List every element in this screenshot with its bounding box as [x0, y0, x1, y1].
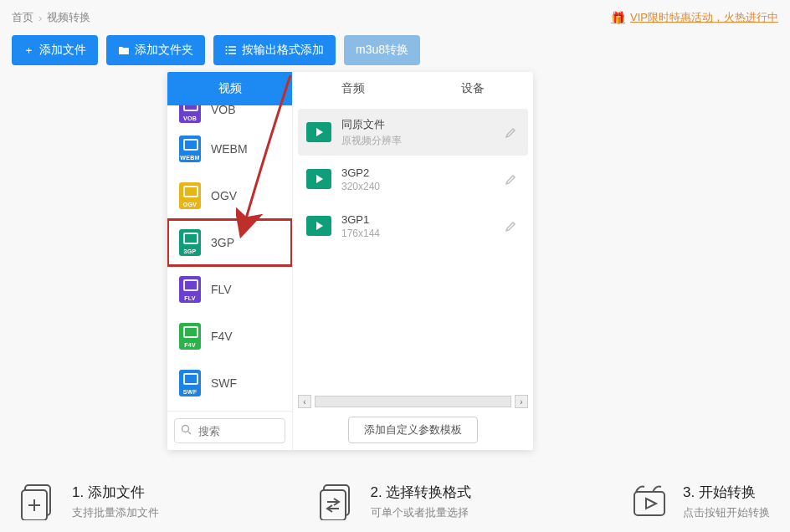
- tab-video[interactable]: 视频: [167, 72, 292, 105]
- scroll-left-button[interactable]: ‹: [298, 395, 311, 408]
- breadcrumb-home[interactable]: 首页: [12, 10, 33, 25]
- chevron-right-icon: ›: [38, 12, 42, 24]
- file-format-icon: VOB: [179, 105, 201, 123]
- format-item-label: F4V: [211, 330, 233, 343]
- format-item-label: FLV: [211, 283, 232, 296]
- preset-hscroll: ‹ ›: [293, 393, 533, 410]
- file-format-icon: 3GP: [179, 229, 201, 256]
- step-1-sub: 支持批量添加文件: [72, 505, 159, 520]
- format-item-label: VOB: [211, 105, 236, 116]
- step-3-title: 3. 开始转换: [683, 483, 770, 502]
- step-2-title: 2. 选择转换格式: [371, 483, 472, 502]
- breadcrumb: 首页 › 视频转换 🎁 VIP限时特惠活动，火热进行中: [0, 0, 790, 35]
- tab-device[interactable]: 设备: [413, 72, 534, 105]
- tab-audio[interactable]: 音频: [293, 72, 413, 105]
- preset-item[interactable]: 同原文件原视频分辨率: [298, 109, 528, 156]
- vip-link-text: VIP限时特惠活动，火热进行中: [630, 10, 778, 25]
- format-item-flv[interactable]: FLVFLV: [167, 266, 292, 313]
- preset-item[interactable]: 3GP2320x240: [298, 156, 528, 202]
- add-by-format-button[interactable]: 按输出格式添加: [213, 35, 336, 65]
- folder-icon: [118, 45, 130, 55]
- scroll-track[interactable]: [315, 396, 511, 407]
- format-category-tabs: 视频: [167, 72, 292, 105]
- video-preset-icon: [306, 216, 331, 236]
- format-item-label: WEBM: [211, 142, 248, 156]
- video-preset-icon: [306, 169, 331, 189]
- file-format-icon: SWF: [179, 370, 201, 396]
- format-item-3gp[interactable]: 3GP3GP: [167, 219, 292, 266]
- edit-icon[interactable]: [503, 171, 520, 187]
- format-item-vob[interactable]: VOBVOB: [167, 105, 292, 125]
- m3u8-label: m3u8转换: [356, 43, 408, 58]
- breadcrumb-current: 视频转换: [47, 10, 90, 25]
- preset-item[interactable]: 3GP1176x144: [298, 202, 528, 249]
- add-file-step-icon: [20, 483, 60, 520]
- preset-title: 同原文件: [341, 117, 402, 132]
- add-folder-button[interactable]: 添加文件夹: [106, 35, 205, 65]
- format-item-label: 3GP: [211, 236, 234, 249]
- format-subtabs: 音频 设备: [293, 72, 533, 105]
- start-convert-step-icon: [631, 483, 671, 520]
- choose-format-step-icon: [319, 483, 359, 520]
- step-3: 3. 开始转换 点击按钮开始转换: [631, 483, 770, 520]
- add-by-format-label: 按输出格式添加: [242, 43, 324, 58]
- search-icon: [181, 424, 192, 437]
- plus-icon: ＋: [23, 43, 34, 58]
- format-item-webm[interactable]: WEBMWEBM: [167, 125, 292, 172]
- svg-point-0: [226, 46, 228, 48]
- file-format-icon: OGV: [179, 182, 201, 209]
- scroll-right-button[interactable]: ›: [515, 395, 528, 408]
- list-icon: [225, 45, 237, 55]
- svg-rect-11: [634, 492, 664, 515]
- format-item-f4v[interactable]: F4VF4V: [167, 313, 292, 360]
- edit-icon[interactable]: [503, 124, 520, 141]
- tab-video-label: 视频: [218, 81, 242, 96]
- file-format-icon: FLV: [179, 276, 201, 303]
- file-format-icon: WEBM: [179, 136, 201, 162]
- file-format-icon: F4V: [179, 323, 201, 350]
- preset-title: 3GP2: [341, 166, 380, 179]
- add-file-button[interactable]: ＋ 添加文件: [12, 35, 98, 65]
- preset-sub: 原视频分辨率: [341, 134, 402, 148]
- toolbar: ＋ 添加文件 添加文件夹 按输出格式添加 m3u8转换: [0, 35, 790, 75]
- svg-point-1: [226, 49, 228, 51]
- svg-point-3: [182, 426, 189, 432]
- format-item-label: OGV: [211, 189, 237, 202]
- preset-list: 同原文件原视频分辨率3GP2320x2403GP1176x144: [293, 105, 533, 393]
- vip-link[interactable]: 🎁 VIP限时特惠活动，火热进行中: [611, 10, 778, 25]
- step-1: 1. 添加文件 支持批量添加文件: [20, 483, 159, 520]
- svg-line-4: [188, 432, 191, 434]
- format-item-ogv[interactable]: OGVOGV: [167, 172, 292, 219]
- preset-sub: 176x144: [341, 228, 380, 239]
- format-item-swf[interactable]: SWFSWF: [167, 360, 292, 407]
- steps: 1. 添加文件 支持批量添加文件 2. 选择转换格式 可单个或者批量选择 3. …: [0, 483, 790, 520]
- format-search-wrap: [167, 411, 292, 450]
- gift-icon: 🎁: [611, 11, 625, 24]
- preset-title: 3GP1: [341, 213, 380, 226]
- step-2-sub: 可单个或者批量选择: [371, 505, 472, 520]
- add-custom-preset-button[interactable]: 添加自定义参数模板: [348, 417, 478, 443]
- svg-rect-10: [321, 490, 346, 520]
- step-3-sub: 点击按钮开始转换: [683, 505, 770, 520]
- tab-device-label: 设备: [461, 81, 485, 96]
- format-panel-left: 视频 VOBVOBWEBMWEBMOGVOGV3GP3GPFLVFLVF4VF4…: [167, 72, 293, 450]
- video-preset-icon: [306, 122, 331, 142]
- step-1-title: 1. 添加文件: [72, 483, 159, 502]
- format-panel-right: 音频 设备 同原文件原视频分辨率3GP2320x2403GP1176x144 ‹…: [293, 72, 533, 450]
- format-panel: 视频 VOBVOBWEBMWEBMOGVOGV3GP3GPFLVFLVF4VF4…: [167, 72, 533, 450]
- format-list[interactable]: VOBVOBWEBMWEBMOGVOGV3GP3GPFLVFLVF4VF4VSW…: [167, 105, 292, 411]
- preset-sub: 320x240: [341, 181, 380, 192]
- step-2: 2. 选择转换格式 可单个或者批量选择: [319, 483, 472, 520]
- add-folder-label: 添加文件夹: [135, 43, 193, 58]
- tab-audio-label: 音频: [341, 81, 365, 96]
- add-custom-preset-label: 添加自定义参数模板: [364, 423, 462, 436]
- edit-icon[interactable]: [503, 217, 520, 234]
- format-item-label: SWF: [211, 376, 237, 390]
- add-file-label: 添加文件: [39, 43, 86, 58]
- svg-point-2: [226, 53, 228, 54]
- m3u8-button[interactable]: m3u8转换: [344, 35, 420, 65]
